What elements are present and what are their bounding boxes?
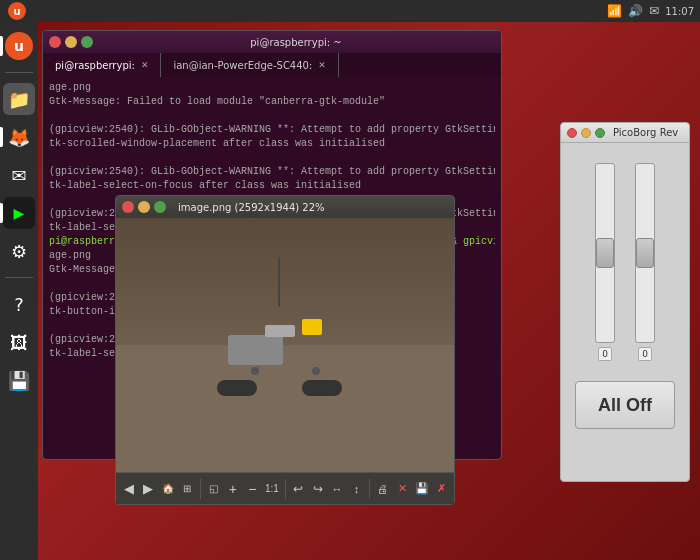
terminal-tab-1[interactable]: pi@raspberrypi: ✕: [43, 53, 161, 77]
left-taskbar: u 📁 🦊 ✉ ▶ ⚙ ? 🖼 💾: [0, 22, 38, 560]
network-icon: 📶: [607, 4, 622, 18]
picoborg-titlebar: PicoBorg Rev: [561, 123, 689, 143]
toolbar-sep-3: [369, 479, 370, 499]
taskbar-files[interactable]: 📁: [3, 83, 35, 115]
picoborg-panel: PicoBorg Rev 0 0 All Off: [560, 122, 690, 482]
term-line-2: [49, 109, 495, 123]
slider-1-value: 0: [598, 347, 612, 361]
zoom-out-btn[interactable]: −: [244, 477, 261, 501]
taskbar-photos[interactable]: 🖼: [3, 326, 35, 358]
tab-close-2[interactable]: ✕: [318, 60, 326, 70]
zoom-fit-btn[interactable]: ◱: [205, 477, 222, 501]
image-titlebar: image.png (2592x1944) 22%: [116, 196, 454, 218]
robot-antenna: [278, 257, 280, 307]
slider-2-track[interactable]: [635, 163, 655, 343]
flip-h-btn[interactable]: ↔: [328, 477, 345, 501]
taskbar-firefox[interactable]: 🦊: [3, 121, 35, 153]
picoborg-close-btn[interactable]: [567, 128, 577, 138]
home-btn[interactable]: 🏠: [159, 477, 176, 501]
taskbar-divider-1: [5, 72, 33, 73]
ubuntu-logo-icon[interactable]: u: [6, 0, 28, 22]
terminal-tabs: pi@raspberrypi: ✕ ian@ian-PowerEdge-SC44…: [43, 53, 501, 77]
robot-image: [116, 218, 454, 472]
term-line-7: tk-label-select-on-focus after class was…: [49, 179, 495, 193]
slider-container: 0 0: [595, 161, 655, 361]
nav-prev-btn[interactable]: ◀: [120, 477, 137, 501]
robot-main-body: [228, 335, 283, 365]
image-max-btn[interactable]: [154, 201, 166, 213]
picoborg-max-btn[interactable]: [595, 128, 605, 138]
image-viewer-window: image.png (2592x1944) 22% ◀ ▶ 🏠 ⊞: [115, 195, 455, 505]
taskbar-settings[interactable]: ⚙: [3, 235, 35, 267]
taskbar-disk[interactable]: 💾: [3, 364, 35, 396]
image-title: image.png (2592x1944) 22%: [178, 202, 325, 213]
terminal-tab-2[interactable]: ian@ian-PowerEdge-SC440: ✕: [161, 53, 338, 77]
top-panel-right: 📶 🔊 ✉ 11:07: [607, 4, 694, 18]
term-line-6: (gpicview:2540): GLib-GObject-WARNING **…: [49, 165, 495, 179]
slider-1-track[interactable]: [595, 163, 615, 343]
mail-icon: ✉: [649, 4, 659, 18]
robot-sensor: [265, 325, 295, 337]
term-line-5: [49, 151, 495, 165]
terminal-min-btn[interactable]: [65, 36, 77, 48]
taskbar-help[interactable]: ?: [3, 288, 35, 320]
picoborg-min-btn[interactable]: [581, 128, 591, 138]
delete-btn[interactable]: ✕: [394, 477, 411, 501]
terminal-close-btn[interactable]: [49, 36, 61, 48]
slider-1-thumb[interactable]: [596, 238, 614, 268]
taskbar-terminal[interactable]: ▶: [3, 197, 35, 229]
slider-2-value: 0: [638, 347, 652, 361]
tab-close-1[interactable]: ✕: [141, 60, 149, 70]
picoborg-content: 0 0 All Off: [561, 143, 689, 437]
term-line-3: (gpicview:2540): GLib-GObject-WARNING **…: [49, 123, 495, 137]
zoom-in-btn[interactable]: +: [224, 477, 241, 501]
thumbnail-btn[interactable]: ⊞: [178, 477, 195, 501]
slider-2-wrapper: 0: [635, 163, 655, 361]
picoborg-title: PicoBorg Rev: [613, 127, 678, 138]
image-content: [116, 218, 454, 472]
print-btn[interactable]: 🖨: [374, 477, 391, 501]
nav-next-btn[interactable]: ▶: [139, 477, 156, 501]
floor: [116, 345, 454, 472]
toolbar-sep-2: [285, 479, 286, 499]
slider-2-thumb[interactable]: [636, 238, 654, 268]
rotate-ccw-btn[interactable]: ↩: [289, 477, 306, 501]
flip-v-btn[interactable]: ↕: [348, 477, 365, 501]
zoom-normal-btn[interactable]: 1:1: [263, 477, 280, 501]
robot-track-right: [302, 380, 342, 396]
lego-yellow-piece: [302, 319, 322, 335]
clock: 11:07: [665, 6, 694, 17]
image-min-btn[interactable]: [138, 201, 150, 213]
close-img-btn[interactable]: ✗: [432, 477, 449, 501]
image-toolbar: ◀ ▶ 🏠 ⊞ ◱ + − 1:1 ↩ ↪ ↔ ↕ 🖨 ✕ 💾 ✗: [116, 472, 454, 504]
top-panel: u 📶 🔊 ✉ 11:07: [0, 0, 700, 22]
robot-track-left: [217, 380, 257, 396]
rotate-cw-btn[interactable]: ↪: [309, 477, 326, 501]
image-close-btn[interactable]: [122, 201, 134, 213]
taskbar-thunderbird[interactable]: ✉: [3, 159, 35, 191]
taskbar-divider-2: [5, 277, 33, 278]
terminal-title: pi@raspberrypi: ~: [97, 37, 495, 48]
taskbar-home[interactable]: u: [3, 30, 35, 62]
terminal-titlebar: pi@raspberrypi: ~: [43, 31, 501, 53]
term-line-1: Gtk-Message: Failed to load module "canb…: [49, 95, 495, 109]
volume-icon: 🔊: [628, 4, 643, 18]
save-btn[interactable]: 💾: [413, 477, 430, 501]
all-off-button[interactable]: All Off: [575, 381, 675, 429]
desktop: u 📶 🔊 ✉ 11:07 u 📁 🦊 ✉ ▶ ⚙ ? 🖼 💾: [0, 0, 700, 560]
toolbar-sep-1: [200, 479, 201, 499]
terminal-max-btn[interactable]: [81, 36, 93, 48]
slider-1-wrapper: 0: [595, 163, 615, 361]
top-panel-left: u: [6, 0, 28, 22]
term-line-0: age.png: [49, 81, 495, 95]
term-line-4: tk-scrolled-window-placement after class…: [49, 137, 495, 151]
